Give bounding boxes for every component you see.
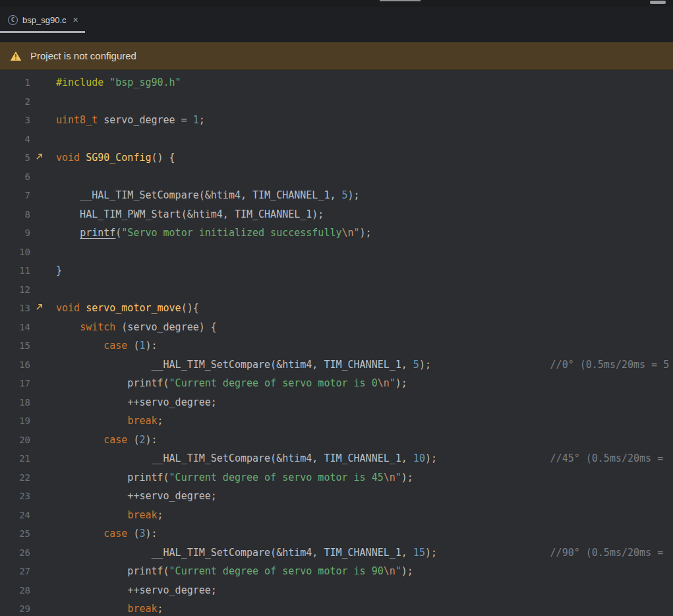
close-tab-icon[interactable]: × [73, 15, 78, 24]
line-number: 21 [0, 449, 30, 468]
code-line[interactable]: 21 __HAL_TIM_SetCompare(&htim4, TIM_CHAN… [0, 449, 673, 468]
c-file-icon-letter: C [11, 16, 15, 23]
code-text: __HAL_TIM_SetCompare(&htim4, TIM_CHANNEL… [56, 543, 663, 563]
line-number: 29 [0, 600, 30, 616]
gutter [30, 431, 56, 450]
line-number: 7 [0, 186, 30, 205]
gutter [30, 543, 56, 563]
code-text: break; [56, 412, 163, 431]
code-line[interactable]: 5void SG90_Config() { [0, 148, 673, 168]
code-line[interactable]: 14 switch (servo_degree) { [0, 318, 673, 337]
gutter [30, 600, 56, 616]
code-line[interactable]: 6 [0, 168, 673, 187]
code-line[interactable]: 27 printf("Current degree of servo motor… [0, 562, 673, 581]
code-line[interactable]: 23 ++servo_degree; [0, 487, 673, 506]
tab-bsp-sg90-c[interactable]: C bsp_sg90.c × [0, 7, 85, 33]
code-line[interactable]: 2 [0, 92, 673, 111]
code-text: switch (servo_degree) { [56, 318, 217, 337]
code-text: ++servo_degree; [56, 487, 217, 506]
code-line[interactable]: 9 printf("Servo motor initialized succes… [0, 224, 673, 243]
code-text: break; [56, 506, 163, 525]
line-number: 26 [0, 543, 30, 563]
related-symbol-gutter-icon[interactable] [35, 299, 44, 318]
code-text: case (3): [56, 524, 158, 543]
code-text: void SG90_Config() { [56, 148, 175, 168]
code-editor[interactable]: 1#include "bsp_sg90.h"23uint8_t servo_de… [0, 70, 673, 616]
c-file-icon: C [8, 15, 18, 25]
gutter [30, 318, 56, 337]
code-line[interactable]: 11} [0, 261, 673, 280]
gutter [30, 524, 56, 543]
tab-label: bsp_sg90.c [22, 15, 67, 25]
gutter [30, 261, 56, 280]
line-number: 24 [0, 506, 30, 525]
code-line[interactable]: 28 ++servo_degree; [0, 581, 673, 600]
related-symbol-gutter-icon[interactable] [35, 148, 44, 168]
code-line[interactable]: 13void servo_motor_move(){ [0, 299, 673, 318]
gutter [30, 224, 56, 243]
code-text: uint8_t servo_degree = 1; [56, 111, 205, 130]
line-number: 9 [0, 224, 30, 243]
line-number: 11 [0, 261, 30, 280]
code-line[interactable]: 17 printf("Current degree of servo motor… [0, 374, 673, 393]
line-number: 22 [0, 468, 30, 487]
line-number: 18 [0, 393, 30, 412]
window-top-strip [0, 0, 673, 7]
gutter [30, 280, 56, 299]
code-line[interactable]: 19 break; [0, 412, 673, 431]
toolbar-fragment [650, 1, 666, 4]
code-line[interactable]: 22 printf("Current degree of servo motor… [0, 468, 673, 487]
gutter [30, 581, 56, 600]
code-line[interactable]: 29 break; [0, 600, 673, 616]
code-text: void servo_motor_move(){ [56, 299, 199, 318]
code-line[interactable]: 12 [0, 280, 673, 299]
code-text: printf("Current degree of servo motor is… [56, 468, 413, 487]
code-line[interactable]: 16 __HAL_TIM_SetCompare(&htim4, TIM_CHAN… [0, 355, 673, 375]
gutter [30, 92, 56, 111]
gutter [30, 111, 56, 130]
code-text: __HAL_TIM_SetCompare(&htim4, TIM_CHANNEL… [56, 186, 360, 205]
code-text: break; [56, 600, 163, 616]
line-number: 20 [0, 431, 30, 450]
gutter [30, 299, 56, 318]
line-number: 23 [0, 487, 30, 506]
code-line[interactable]: 8 HAL_TIM_PWM_Start(&htim4, TIM_CHANNEL_… [0, 205, 673, 224]
gutter [30, 374, 56, 393]
gutter [30, 355, 56, 375]
code-line[interactable]: 7 __HAL_TIM_SetCompare(&htim4, TIM_CHANN… [0, 186, 673, 205]
line-number: 3 [0, 111, 30, 130]
line-number: 8 [0, 205, 30, 224]
code-line[interactable]: 18 ++servo_degree; [0, 393, 673, 412]
line-number: 28 [0, 581, 30, 600]
gutter [30, 506, 56, 525]
code-line[interactable]: 3uint8_t servo_degree = 1; [0, 111, 673, 130]
code-line[interactable]: 1#include "bsp_sg90.h" [0, 73, 673, 92]
gutter [30, 412, 56, 431]
gutter [30, 148, 56, 168]
gutter [30, 205, 56, 224]
code-text: HAL_TIM_PWM_Start(&htim4, TIM_CHANNEL_1)… [56, 205, 324, 224]
code-text: case (1): [56, 336, 158, 355]
line-number: 19 [0, 412, 30, 431]
code-line[interactable]: 25 case (3): [0, 524, 673, 543]
code-line[interactable]: 15 case (1): [0, 336, 673, 355]
code-line[interactable]: 20 case (2): [0, 431, 673, 450]
banner-text: Project is not configured [30, 50, 136, 61]
code-line[interactable]: 4 [0, 130, 673, 149]
code-text: __HAL_TIM_SetCompare(&htim4, TIM_CHANNEL… [56, 449, 663, 468]
line-number: 17 [0, 374, 30, 393]
line-number: 4 [0, 130, 30, 149]
code-text: ++servo_degree; [56, 393, 217, 412]
gutter [30, 468, 56, 487]
code-text: printf("Servo motor initialized successf… [56, 224, 372, 243]
editor-tab-bar: C bsp_sg90.c × [0, 7, 673, 33]
code-lines-container: 1#include "bsp_sg90.h"23uint8_t servo_de… [0, 73, 673, 616]
code-text: ++servo_degree; [56, 581, 217, 600]
gutter [30, 168, 56, 187]
project-not-configured-banner: Project is not configured [0, 42, 673, 70]
code-line[interactable]: 26 __HAL_TIM_SetCompare(&htim4, TIM_CHAN… [0, 543, 673, 563]
code-line[interactable]: 24 break; [0, 506, 673, 525]
code-line[interactable]: 10 [0, 243, 673, 262]
code-text: #include "bsp_sg90.h" [56, 73, 181, 92]
gutter [30, 487, 56, 506]
